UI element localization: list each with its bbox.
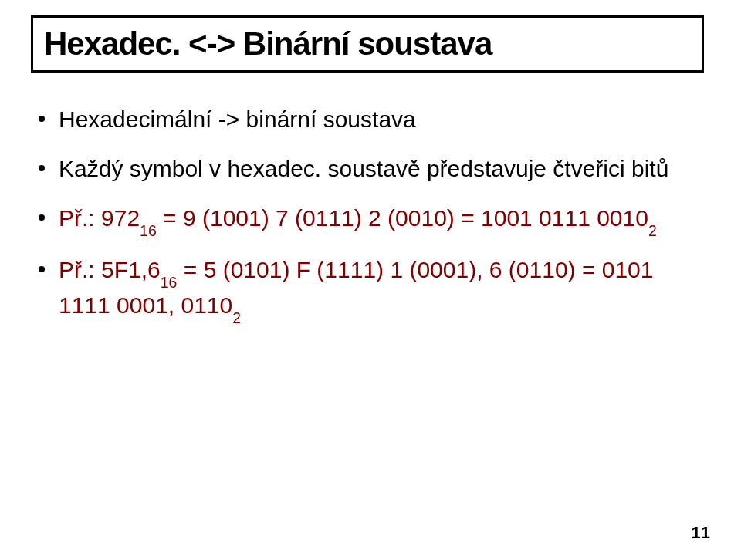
bullet-text: Hexadecimální -> binární soustava <box>59 103 695 136</box>
bullet-item: Př.: 5F1,616 = 5 (0101) F (1111) 1 (0001… <box>39 254 695 324</box>
bullet-item: Každý symbol v hexadec. soustavě předsta… <box>39 153 695 185</box>
bullet-text: Př.: 97216 = 9 (1001) 7 (0111) 2 (0010) … <box>59 202 695 237</box>
example-value: 5F1,6 <box>95 257 161 282</box>
bullet-dot-icon <box>39 214 45 221</box>
example-expansion: = 9 (1001) 7 (0111) 2 (0010) = 1001 0111… <box>157 205 648 231</box>
example-label: Př.: <box>59 205 95 231</box>
subscript: 16 <box>161 274 178 291</box>
slide-title-box: Hexadec. <-> Binární soustava <box>31 15 704 73</box>
page-number: 11 <box>692 523 710 543</box>
bullet-dot-icon <box>39 266 45 272</box>
bullet-text: Každý symbol v hexadec. soustavě předsta… <box>59 153 695 185</box>
example-label: Př.: <box>59 257 95 282</box>
bullet-text: Př.: 5F1,616 = 5 (0101) F (1111) 1 (0001… <box>59 254 695 324</box>
bullet-dot-icon <box>39 165 45 171</box>
bullet-item: Př.: 97216 = 9 (1001) 7 (0111) 2 (0010) … <box>39 202 695 237</box>
slide-content: Hexadecimální -> binární soustava Každý … <box>31 103 710 324</box>
slide-title: Hexadec. <-> Binární soustava <box>44 25 691 62</box>
bullet-dot-icon <box>39 116 45 122</box>
bullet-item: Hexadecimální -> binární soustava <box>39 103 695 136</box>
subscript: 2 <box>648 222 657 239</box>
subscript: 2 <box>232 309 241 326</box>
example-value: 972 <box>95 205 140 231</box>
subscript: 16 <box>140 222 157 239</box>
